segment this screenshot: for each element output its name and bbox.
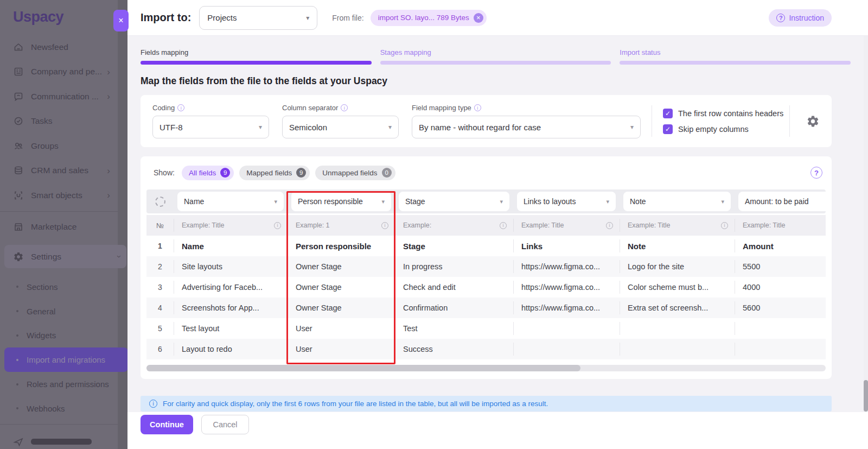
table-cell: 4000 [735,281,826,294]
row-number: 4 [146,303,174,312]
horizontal-scrollbar[interactable] [146,365,826,371]
sidebar-subitem-sections[interactable]: Sections [0,275,118,299]
close-modal-button[interactable]: × [113,10,129,31]
separator-group: Column separatori Semicolon▾ [282,104,399,138]
bullet-icon [16,359,18,361]
example-cell: Example: Titlei [620,219,735,232]
sidebar-subitem-import-and-migrations[interactable]: Import and migrations [4,347,128,372]
chevron-down-icon: ▾ [630,123,634,131]
example-cell: Example: Title [735,219,826,232]
scrollbar-thumb[interactable] [146,365,580,371]
chevron-down-icon: ▾ [259,123,262,131]
sidebar-item-label: Tasks [31,116,53,126]
table-cell [620,322,735,335]
sidebar-item-label: Communication ... [31,92,99,102]
table-cell: Stage [395,239,513,252]
import-target-value: Projects [207,13,237,22]
sidebar-item-smart-objects[interactable]: Smart objects › [0,183,118,208]
info-icon[interactable]: i [721,222,728,229]
separator-label: Column separatori [282,104,399,112]
import-target-select[interactable]: Projects ▾ [199,6,317,30]
sidebar-item-communication[interactable]: Communication ... › [0,84,118,109]
sidebar-nav: Newsfeed Company and pe... › Communicati… [0,35,118,447]
table-cell: Amount [735,239,826,252]
sidebar-subitem-widgets[interactable]: Widgets [0,324,118,348]
table-cell [513,322,620,335]
sidebar-subitem-label: Sections [27,282,58,292]
step-fields-mapping: Fields mapping [141,48,372,65]
sidebar-item-crm[interactable]: CRM and sales › [0,159,118,184]
sidebar: Uspacy Newsfeed Company and pe... › Comm… [0,0,127,449]
info-icon[interactable]: i [500,222,507,229]
fields-mapping-card: Show: All fields9 Mapped fields9 Unmappe… [141,156,832,379]
groups-icon [13,141,24,151]
column-select-note[interactable]: Note▾ [623,192,731,211]
sidebar-item-label: Newsfeed [31,42,68,52]
info-icon[interactable]: i [474,104,481,111]
remove-file-icon[interactable]: × [474,13,483,23]
mapping-type-label: Field mapping typei [412,104,641,112]
filter-unmapped-fields[interactable]: Unmapped fields0 [315,166,395,180]
table-cell [735,322,826,335]
sidebar-subitem-webhooks[interactable]: Webhooks [0,396,118,421]
bullet-icon [16,407,18,409]
sidebar-item-tasks[interactable]: Tasks [0,109,118,134]
column-select-stage[interactable]: Stage▾ [399,192,509,211]
first-row-headers-checkbox[interactable]: ✓The first row contains headers [663,109,783,118]
coding-select[interactable]: UTF-8▾ [152,116,269,138]
table-cell: Note [620,239,735,252]
table-cell: Extra set of screensh... [620,301,735,314]
separator-select[interactable]: Semicolon▾ [282,116,399,138]
info-icon[interactable]: i [341,104,348,111]
column-select-name[interactable]: Name▾ [177,192,284,211]
filter-all-fields[interactable]: All fields9 [182,166,234,180]
table-cell: 5500 [735,260,826,273]
bullet-icon [16,383,18,385]
table-row: 6 Layout to redo User Success [146,339,826,359]
import-to-label: Import to: [141,11,191,24]
help-icon[interactable]: ? [810,167,822,179]
sidebar-item-company[interactable]: Company and pe... › [0,60,118,85]
sidebar-item-marketplace[interactable]: Marketplace [0,215,118,240]
continue-button[interactable]: Continue [141,415,193,434]
sidebar-subitem-general[interactable]: General [0,299,118,324]
chevron-down-icon: ▾ [606,198,609,205]
instruction-button[interactable]: ? Instruction [769,9,832,27]
info-icon[interactable]: i [177,104,184,111]
sidebar-item-settings[interactable]: Settings › [4,245,126,268]
vertical-scrollbar[interactable] [864,36,868,412]
info-icon[interactable]: i [606,222,613,229]
highlight-rectangle [286,191,395,364]
sidebar-item-groups[interactable]: Groups [0,134,118,159]
column-select-links-to-layouts[interactable]: Links to layouts▾ [517,192,616,211]
cancel-button[interactable]: Cancel [201,415,249,434]
step-progress-bar [380,61,611,65]
uspacy-logo: Uspacy [13,9,63,26]
sidebar-subitem-label: General [27,307,55,316]
table-cell: Success [395,343,513,356]
scrollbar-thumb[interactable] [864,380,868,412]
table-cell: In progress [395,260,513,273]
bullet-icon [16,310,18,312]
mapping-type-select[interactable]: By name - without regard for case▾ [412,116,641,138]
sidebar-subitem-roles-and-permissions[interactable]: Roles and permissions [0,372,118,396]
column-select-amount[interactable]: Amount: to be paid [738,192,826,211]
skip-empty-columns-checkbox[interactable]: ✓Skip empty columns [663,124,783,134]
file-chip[interactable]: import SO. layo... 789 Bytes × [371,10,487,26]
loader-icon-cell [146,197,174,207]
step-import-status: Import status [620,48,851,65]
row-number: 2 [146,262,174,271]
communication-icon [13,91,24,102]
table-cell: Screenshots for App... [174,301,288,314]
table-cell: Logo for the site [620,260,735,273]
table-cell: Color scheme must b... [620,281,735,294]
chevron-down-icon: ▾ [306,14,309,22]
gear-icon[interactable] [806,115,820,128]
sidebar-item-newsfeed[interactable]: Newsfeed [0,35,118,60]
show-label: Show: [154,168,175,177]
filter-mapped-fields[interactable]: Mapped fields9 [239,166,310,180]
table-cell [735,343,826,356]
sidebar-item-partial[interactable] [0,428,118,447]
options-checkboxes: ✓The first row contains headers ✓Skip em… [663,109,783,134]
info-icon[interactable]: i [274,222,281,229]
